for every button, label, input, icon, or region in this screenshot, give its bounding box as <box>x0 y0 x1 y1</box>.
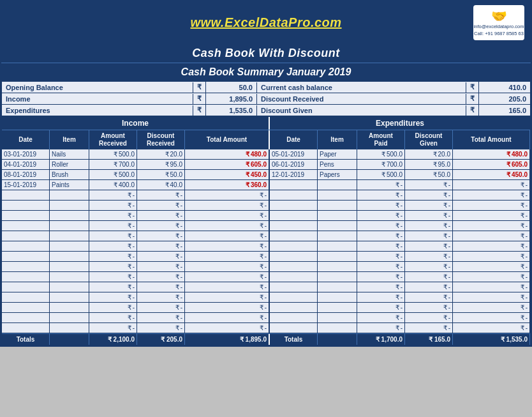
income-discount-empty: ₹- <box>137 262 185 271</box>
exp-item: Pens <box>318 160 357 169</box>
income-item-empty <box>50 211 89 220</box>
exp-date-empty <box>270 201 318 210</box>
exp-date-empty <box>270 262 318 271</box>
exp-item-empty <box>318 211 357 220</box>
income-discount-empty: ₹- <box>137 282 185 292</box>
income-discount: ₹40.0 <box>137 180 185 190</box>
exp-item-empty <box>318 272 357 282</box>
income-item: Nails <box>50 149 89 159</box>
income-date-empty <box>2 262 50 271</box>
exp-discount-empty: ₹- <box>405 201 453 210</box>
exp-date-empty <box>270 292 318 302</box>
income-date-empty <box>2 221 50 231</box>
income-amount-empty: ₹- <box>89 201 137 210</box>
income-date-empty <box>2 201 50 210</box>
exp-amount-empty: ₹- <box>357 303 405 312</box>
income-total-empty: ₹- <box>185 313 270 322</box>
exp-total-empty: ₹- <box>453 323 530 333</box>
table-row: 15-01-2019 Paints ₹400.0 ₹40.0 ₹360.0 ₹-… <box>2 180 530 190</box>
income-total-empty: ₹- <box>185 231 270 241</box>
totals-label-exp: Totals <box>270 334 318 345</box>
table-row: ₹- ₹- ₹- ₹- ₹- ₹- <box>2 252 530 262</box>
income-amount: ₹500.0 <box>89 170 137 179</box>
exp-total-empty: ₹- <box>453 303 530 312</box>
exp-amount-empty: ₹- <box>357 241 405 251</box>
exp-amount-empty: ₹- <box>357 221 405 231</box>
exp-total-empty: ₹- <box>453 252 530 261</box>
table-row: ₹- ₹- ₹- ₹- ₹- ₹- <box>2 303 530 313</box>
income-date-empty <box>2 282 50 292</box>
col-header-amount-received: AmountReceived <box>89 130 137 149</box>
income-item-empty <box>50 262 89 271</box>
data-rows-container: 03-01-2019 Nails ₹500.0 ₹20.0 ₹480.0 05-… <box>2 149 530 333</box>
income-discount-empty: ₹- <box>137 221 185 231</box>
current-cash-label: Current cash balance <box>257 82 466 93</box>
exp-discount-empty: ₹- <box>405 180 453 190</box>
income-discount: ₹50.0 <box>137 170 185 179</box>
exp-item-empty <box>318 201 357 210</box>
expenditures-section-header: Expenditures <box>270 117 530 130</box>
exp-discount-empty: ₹- <box>405 282 453 292</box>
totals-total-exp: ₹ 1,535.0 <box>453 334 530 345</box>
col-header-discount-received: DiscountReceived <box>137 130 185 149</box>
exp-total: ₹480.0 <box>453 149 530 159</box>
table-row: ₹- ₹- ₹- ₹- ₹- ₹- <box>2 313 530 323</box>
site-url[interactable]: www.ExcelDataPro.com <box>59 15 473 30</box>
income-date-empty <box>2 323 50 333</box>
exp-total-empty: ₹- <box>453 241 530 251</box>
income-date-empty <box>2 313 50 322</box>
table-row: ₹- ₹- ₹- ₹- ₹- ₹- <box>2 201 530 211</box>
income-date-empty <box>2 272 50 282</box>
exp-amount-empty: ₹- <box>357 262 405 271</box>
income-amount-empty: ₹- <box>89 221 137 231</box>
exp-item-empty <box>318 180 357 190</box>
table-row: 03-01-2019 Nails ₹500.0 ₹20.0 ₹480.0 05-… <box>2 149 530 160</box>
discount-given-value: 165.0 <box>479 105 530 116</box>
exp-amount-empty: ₹- <box>357 201 405 210</box>
income-date-empty <box>2 231 50 241</box>
discount-received-label: Discount Received <box>257 94 466 104</box>
exp-amount: ₹500.0 <box>357 170 405 179</box>
exp-date: 05-01-2019 <box>270 149 318 159</box>
contact-info: info@exceldatapro.com Call: +91 9687 858… <box>474 24 524 37</box>
income-date: 15-01-2019 <box>2 180 50 190</box>
exp-amount: ₹700.0 <box>357 160 405 169</box>
exp-item-empty <box>318 190 357 200</box>
income-date: 03-01-2019 <box>2 149 50 159</box>
exp-amount-empty: ₹- <box>357 190 405 200</box>
income-section-header: Income <box>2 117 270 130</box>
exp-item-empty <box>318 313 357 322</box>
income-total-empty: ₹- <box>185 282 270 292</box>
main-container: www.ExcelDataPro.com 🤝 info@exceldatapro… <box>0 0 532 347</box>
section-headers: Income Expenditures <box>2 117 530 130</box>
income-amount-empty: ₹- <box>89 252 137 261</box>
exp-item: Paper <box>318 149 357 159</box>
col-header-total-exp: Total Amount <box>453 130 530 149</box>
exp-date: 12-01-2019 <box>270 170 318 179</box>
income-item-empty <box>50 282 89 292</box>
income-amount: ₹700.0 <box>89 160 137 169</box>
exp-date-empty <box>270 211 318 220</box>
income-item-empty <box>50 252 89 261</box>
exp-total-empty: ₹- <box>453 201 530 210</box>
income-total-empty: ₹- <box>185 323 270 333</box>
exp-amount-empty: ₹- <box>357 180 405 190</box>
income-item-empty <box>50 221 89 231</box>
income-amount-empty: ₹- <box>89 211 137 220</box>
income-total-empty: ₹- <box>185 201 270 210</box>
exp-amount-empty: ₹- <box>357 282 405 292</box>
income-discount: ₹95.0 <box>137 160 185 169</box>
exp-date-empty <box>270 231 318 241</box>
exp-discount-empty: ₹- <box>405 272 453 282</box>
income-discount: ₹20.0 <box>137 149 185 159</box>
totals-disc-exp: ₹ 165.0 <box>405 334 453 345</box>
income-total: ₹480.0 <box>185 149 270 159</box>
exp-total: ₹605.0 <box>453 160 530 169</box>
income-amount-empty: ₹- <box>89 323 137 333</box>
income-item: Brush <box>50 170 89 179</box>
income-label: Income <box>2 94 193 104</box>
income-item-empty <box>50 323 89 333</box>
exp-amount-empty: ₹- <box>357 323 405 333</box>
exp-discount: ₹20.0 <box>405 149 453 159</box>
exp-discount: ₹95.0 <box>405 160 453 169</box>
